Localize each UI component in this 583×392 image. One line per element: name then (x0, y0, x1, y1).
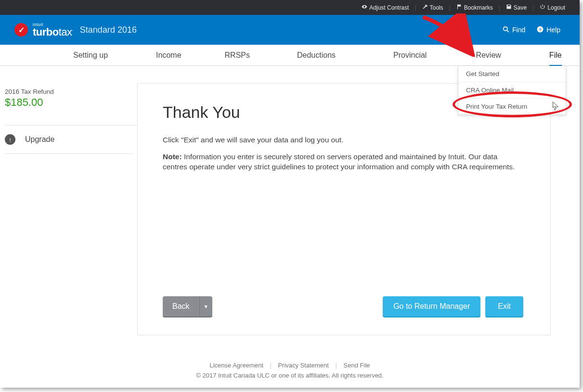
note-label: Note: (163, 152, 182, 161)
note-body: Information you enter is securely stored… (163, 152, 515, 171)
svg-line-1 (507, 30, 509, 32)
cursor-icon (552, 101, 559, 110)
main-card: Thank You Click "Exit" and we will save … (137, 83, 551, 335)
note-text: Note: Information you enter is securely … (163, 152, 523, 172)
turbotax-badge-icon: ✓ (14, 23, 28, 37)
search-icon (503, 26, 509, 34)
separator: | (531, 4, 535, 11)
file-dropdown: Get Started CRA Online Mail Print Your T… (458, 66, 566, 115)
sidebar: 2016 Tax Refund $185.00 ↑ Upgrade (0, 66, 137, 388)
file-menu-print-tax-return[interactable]: Print Your Tax Return (458, 99, 566, 114)
help-label: Help (546, 26, 560, 34)
adjust-contrast-link[interactable]: Adjust Contrast (357, 4, 414, 11)
tab-review[interactable]: Review (466, 45, 510, 66)
file-menu-get-started[interactable]: Get Started (458, 66, 566, 82)
find-label: Find (512, 26, 525, 34)
upgrade-arrow-icon: ↑ (5, 134, 15, 145)
adjust-contrast-label: Adjust Contrast (369, 4, 409, 11)
bookmarks-label: Bookmarks (464, 4, 493, 11)
svg-text:?: ? (539, 27, 542, 32)
refund-year-label: 2016 Tax Refund (5, 88, 137, 95)
separator: | (414, 4, 417, 11)
save-label: Save (514, 4, 527, 11)
main-tabs: Setting up Income RRSPs Deductions Provi… (0, 45, 580, 66)
power-icon (540, 4, 545, 11)
brand-text: intuit turbotax. (33, 23, 73, 38)
tab-file[interactable]: File (540, 45, 571, 66)
tab-rrsps[interactable]: RRSPs (215, 45, 259, 66)
find-link[interactable]: Find (503, 26, 525, 34)
save-link[interactable]: Save (501, 4, 531, 11)
brand-logo-group: ✓ intuit turbotax. Standard 2016 (14, 23, 137, 38)
back-button[interactable]: Back (163, 296, 200, 316)
copyright-text: © 2017 Intuit Canada ULC or one of its a… (0, 372, 580, 379)
footer: License Agreement | Privacy Statement | … (0, 362, 580, 379)
save-icon (506, 4, 512, 11)
upgrade-label: Upgrade (25, 135, 54, 144)
product-edition: Standard 2016 (80, 25, 137, 35)
tab-provincial[interactable]: Provincial (384, 45, 436, 66)
tools-label: Tools (430, 4, 443, 11)
upgrade-link[interactable]: ↑ Upgrade (5, 134, 133, 154)
brand-bar: ✓ intuit turbotax. Standard 2016 Find ? … (0, 15, 580, 45)
logout-link[interactable]: Logout (535, 4, 570, 11)
exit-button[interactable]: Exit (485, 296, 523, 316)
tab-income[interactable]: Income (146, 45, 191, 66)
exit-instruction-text: Click "Exit" and we will save your data … (163, 135, 523, 145)
refund-amount: $185.00 (5, 96, 137, 109)
separator: | (448, 4, 452, 11)
back-dropdown-button[interactable]: ▼ (200, 296, 212, 316)
tab-setting-up[interactable]: Setting up (64, 45, 117, 66)
separator: | (498, 4, 501, 11)
send-file-link[interactable]: Send File (339, 362, 375, 369)
utility-bar: Adjust Contrast | Tools | Bookmarks | Sa… (0, 0, 580, 15)
help-icon: ? (537, 26, 544, 34)
tools-link[interactable]: Tools (417, 4, 448, 11)
flag-icon (456, 4, 462, 11)
wrench-icon (422, 4, 428, 11)
tab-deductions[interactable]: Deductions (287, 45, 345, 66)
file-menu-cra-online-mail[interactable]: CRA Online Mail (458, 82, 566, 99)
eye-icon (362, 4, 367, 11)
svg-point-0 (504, 26, 507, 30)
bookmarks-link[interactable]: Bookmarks (452, 4, 498, 11)
back-button-group: Back ▼ (163, 296, 212, 316)
divider (5, 125, 137, 126)
logout-label: Logout (547, 4, 565, 11)
help-link[interactable]: ? Help (537, 26, 560, 34)
license-agreement-link[interactable]: License Agreement (205, 362, 268, 369)
return-manager-button[interactable]: Go to Return Manager (383, 296, 480, 316)
privacy-statement-link[interactable]: Privacy Statement (273, 362, 334, 369)
turbotax-label: turbotax. (33, 27, 73, 38)
file-menu-print-label: Print Your Tax Return (466, 103, 527, 110)
